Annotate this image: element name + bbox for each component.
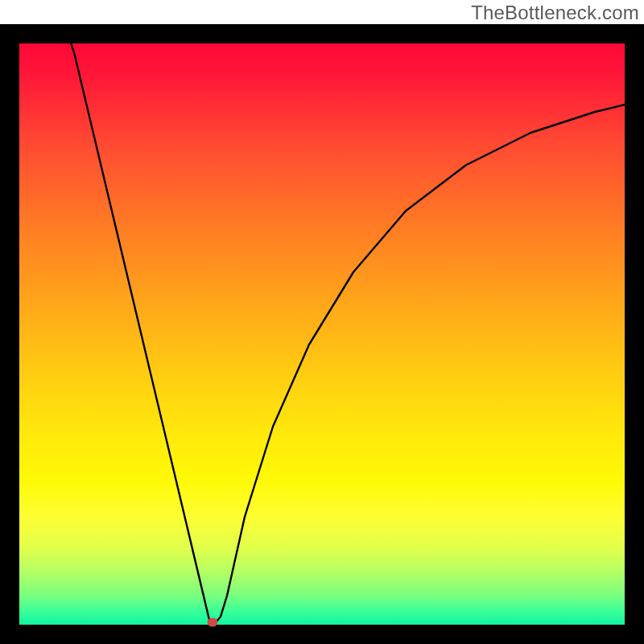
chart-container: TheBottleneck.com <box>0 0 644 644</box>
chart-frame-bottom <box>0 625 644 644</box>
bottleneck-curve-svg <box>19 24 625 625</box>
chart-frame-right <box>625 24 644 644</box>
chart-frame-left <box>0 24 19 644</box>
optimal-point-marker <box>208 618 218 627</box>
bottleneck-curve-path <box>64 24 625 622</box>
watermark-text: TheBottleneck.com <box>471 2 639 24</box>
